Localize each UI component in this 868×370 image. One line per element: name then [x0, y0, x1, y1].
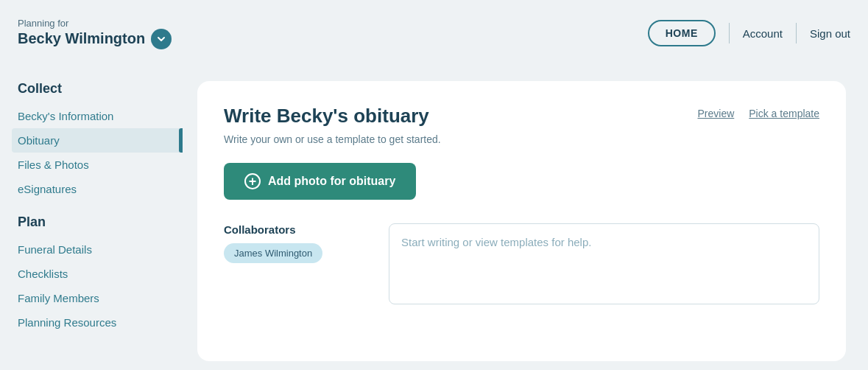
sidebar-item-checklists[interactable]: Checklists — [18, 262, 183, 286]
preview-button[interactable]: Preview — [697, 108, 734, 119]
nav-divider — [729, 23, 730, 43]
card-subtitle: Write your own or use a template to get … — [224, 133, 819, 145]
sidebar-item-esignatures[interactable]: eSignatures — [18, 177, 183, 201]
sidebar-item-family-members[interactable]: Family Members — [18, 286, 183, 310]
sidebar-item-funeral-details[interactable]: Funeral Details — [18, 237, 183, 262]
plan-section-title: Plan — [18, 214, 183, 230]
collaborators-title: Collaborators — [224, 223, 371, 236]
sidebar-item-files-photos[interactable]: Files & Photos — [18, 153, 183, 177]
main-layout: Collect Becky's Information Obituary Fil… — [0, 66, 868, 370]
collect-section-title: Collect — [18, 81, 183, 97]
content-area: Preview Pick a template Write Becky's ob… — [183, 66, 868, 370]
content-card: Preview Pick a template Write Becky's ob… — [197, 81, 846, 361]
writing-placeholder: Start writing or view templates for help… — [401, 236, 591, 248]
plus-icon: + — [244, 173, 261, 189]
sidebar: Collect Becky's Information Obituary Fil… — [0, 66, 183, 370]
collaborator-badge[interactable]: James Wilmington — [224, 243, 322, 263]
brand-name: Becky Wilmington — [18, 29, 172, 49]
nav-divider-2 — [796, 23, 797, 43]
account-button[interactable]: Account — [743, 27, 783, 40]
collaborators-section: Collaborators James Wilmington Start wri… — [224, 223, 819, 304]
active-indicator — [179, 128, 183, 153]
brand-info: Planning for Becky Wilmington — [18, 18, 172, 49]
preview-links: Preview Pick a template — [697, 108, 819, 119]
writing-area[interactable]: Start writing or view templates for help… — [389, 223, 819, 304]
top-nav: HOME Account Sign out — [648, 20, 850, 46]
pick-template-button[interactable]: Pick a template — [749, 108, 819, 119]
signout-button[interactable]: Sign out — [810, 27, 850, 40]
sidebar-item-beckys-information[interactable]: Becky's Information — [18, 104, 183, 128]
sidebar-item-planning-resources[interactable]: Planning Resources — [18, 310, 183, 335]
home-button[interactable]: HOME — [648, 20, 716, 46]
top-bar: Planning for Becky Wilmington HOME Accou… — [0, 0, 868, 66]
collaborators-left: Collaborators James Wilmington — [224, 223, 371, 263]
brand-dropdown-button[interactable] — [151, 29, 172, 49]
add-photo-label: Add photo for obituary — [268, 175, 395, 188]
brand-subtitle: Planning for — [18, 18, 172, 29]
add-photo-button[interactable]: + Add photo for obituary — [224, 163, 416, 200]
sidebar-item-obituary[interactable]: Obituary — [12, 128, 183, 153]
